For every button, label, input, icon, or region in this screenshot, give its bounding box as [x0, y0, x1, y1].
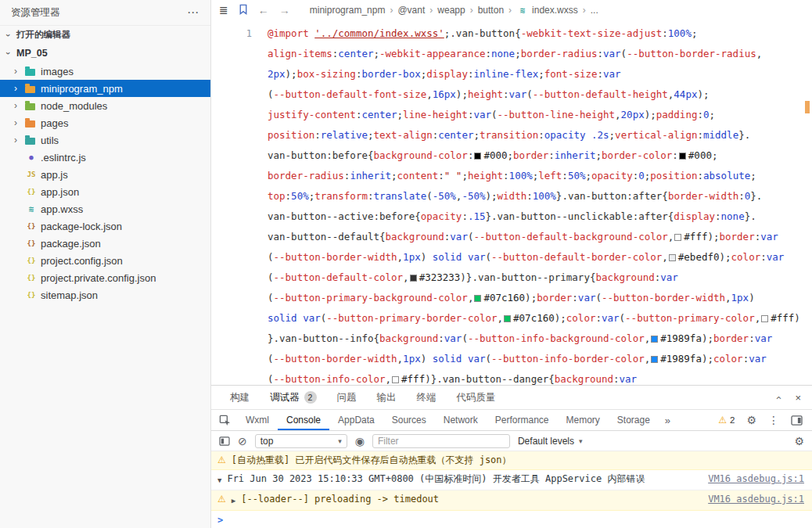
- devtools-tab-network[interactable]: Network: [435, 410, 487, 430]
- tree-folder-miniprogram_npm[interactable]: ›miniprogram_npm: [0, 80, 210, 97]
- chevron-right-icon[interactable]: ›: [14, 66, 25, 77]
- tree-file-app.wxss[interactable]: ≋app.wxss: [0, 200, 210, 217]
- console-message: ▼Fri Jun 30 2023 15:10:33 GMT+0800 (中国标准…: [211, 470, 812, 490]
- open-editors-section[interactable]: › 打开的编辑器: [0, 25, 210, 44]
- console-message-text: Fri Jun 30 2023 15:10:33 GMT+0800 (中国标准时…: [227, 473, 699, 485]
- panel-tab-badge: 2: [304, 391, 317, 404]
- breadcrumb-item-miniprogram_npm[interactable]: miniprogram_npm: [310, 5, 386, 16]
- file-tree: ›images›miniprogram_npm›node_modules›pag…: [0, 63, 210, 304]
- more-tabs-icon[interactable]: »: [659, 415, 677, 426]
- settings-gear-icon[interactable]: ⚙: [746, 415, 756, 426]
- breadcrumb-separator-icon: ›: [470, 5, 473, 16]
- line-number: [211, 64, 252, 84]
- breadcrumb-item-weapp[interactable]: weapp: [437, 5, 465, 16]
- console-sidebar-icon[interactable]: [219, 436, 230, 446]
- tree-item-label: .eslintrc.js: [41, 152, 86, 163]
- kebab-menu-icon[interactable]: ⋮: [768, 415, 779, 426]
- panel-tab-label: 终端: [417, 391, 437, 404]
- chevron-right-icon[interactable]: ›: [14, 100, 25, 111]
- bookmark-icon[interactable]: [239, 4, 248, 16]
- tree-folder-images[interactable]: ›images: [0, 63, 210, 80]
- collapse-panel-icon[interactable]: ›: [772, 396, 784, 399]
- breadcrumb-item-index.wxss[interactable]: ≋index.wxss: [516, 5, 578, 16]
- breadcrumb-separator-icon: ›: [390, 5, 393, 16]
- tree-item-label: utils: [41, 135, 59, 146]
- devtools-tab-sources[interactable]: Sources: [383, 410, 435, 430]
- line-number: [211, 268, 252, 288]
- chevron-right-icon[interactable]: ›: [14, 135, 25, 145]
- warning-count-badge[interactable]: ⚠ 2: [718, 415, 735, 426]
- inspect-element-icon[interactable]: [211, 415, 237, 426]
- json-file-icon: {}: [25, 222, 38, 230]
- context-selector[interactable]: top ▾: [255, 434, 347, 448]
- tree-file-sitemap.json[interactable]: {}sitemap.json: [0, 286, 210, 304]
- console-settings-icon[interactable]: ⚙: [794, 435, 804, 447]
- code-line: 2px);box-sizing:border-box;display:inlin…: [211, 64, 812, 84]
- tree-file-project.private.config.json[interactable]: {}project.private.config.json: [0, 269, 210, 286]
- expand-toggle-icon[interactable]: ▼: [217, 475, 221, 487]
- tree-file-project.config.json[interactable]: {}project.config.json: [0, 252, 210, 269]
- source-link[interactable]: VM16 asdebug.js:1: [708, 494, 804, 505]
- json-file-icon: {}: [25, 188, 38, 196]
- expand-toggle-icon[interactable]: ▶: [232, 495, 235, 507]
- devtools-tab-wxml[interactable]: Wxml: [237, 410, 278, 430]
- chevron-right-icon[interactable]: ›: [14, 117, 25, 128]
- clear-console-icon[interactable]: ⊘: [238, 435, 247, 447]
- tree-file-package-lock.json[interactable]: {}package-lock.json: [0, 217, 210, 235]
- panel-tab-输出[interactable]: 输出: [377, 391, 397, 404]
- tree-folder-node_modules[interactable]: ›node_modules: [0, 97, 210, 114]
- code-text: (--button-default-font-size,16px);height…: [252, 84, 710, 105]
- caret-down-icon: ▾: [338, 437, 342, 445]
- tree-file-app.json[interactable]: {}app.json: [0, 183, 210, 200]
- tree-item-label: node_modules: [41, 100, 107, 112]
- console-message-text: [--loader--] preloading -> timedout: [241, 494, 699, 505]
- line-number: [211, 288, 252, 308]
- panel-tab-代码质量[interactable]: 代码质量: [457, 391, 496, 404]
- code-text: solid var(--button-primary-border-color,…: [252, 308, 800, 329]
- panel-tab-调试器[interactable]: 调试器2: [270, 391, 317, 404]
- log-levels-selector[interactable]: Default levels ▾: [518, 436, 583, 447]
- code-text: @import '../common/index.wxss';.van-butt…: [252, 23, 697, 44]
- devtools-tab-console[interactable]: Console: [278, 410, 329, 430]
- tree-folder-pages[interactable]: ›pages: [0, 114, 210, 131]
- devtools-tab-performance[interactable]: Performance: [487, 410, 558, 430]
- devtools-tab-memory[interactable]: Memory: [557, 410, 608, 430]
- filter-input[interactable]: [372, 434, 510, 448]
- breadcrumb-item-@vant[interactable]: @vant: [397, 5, 425, 16]
- breadcrumb-item-button[interactable]: button: [478, 5, 504, 16]
- chevron-right-icon[interactable]: ›: [14, 83, 25, 94]
- devtools-tab-bar: WxmlConsoleAppDataSourcesNetworkPerforma…: [211, 409, 812, 431]
- outline-list-icon[interactable]: ≣: [219, 5, 228, 16]
- explorer-title: 资源管理器: [11, 6, 60, 20]
- panel-tab-label: 问题: [337, 391, 357, 404]
- code-text: (--button-primary-background-color,#07c1…: [252, 288, 755, 308]
- close-panel-icon[interactable]: ×: [795, 392, 801, 404]
- breadcrumb-item-...[interactable]: ...: [591, 5, 598, 16]
- tree-file-app.js[interactable]: JSapp.js: [0, 166, 210, 183]
- tree-item-label: package.json: [41, 238, 101, 250]
- back-icon[interactable]: ←: [258, 4, 269, 16]
- panel-tab-终端[interactable]: 终端: [417, 391, 437, 404]
- breadcrumb-label: index.wxss: [532, 5, 578, 16]
- devtools-tab-storage[interactable]: Storage: [609, 410, 659, 430]
- panel-tab-构建[interactable]: 构建: [230, 391, 250, 404]
- source-link[interactable]: VM16 asdebug.js:1: [708, 473, 804, 485]
- code-text: position:relative;text-align:center;tran…: [252, 125, 750, 145]
- tree-file-package.json[interactable]: {}package.json: [0, 235, 210, 252]
- more-actions-icon[interactable]: ⋯: [187, 5, 199, 20]
- tree-folder-utils[interactable]: ›utils: [0, 131, 210, 149]
- folder-icon: [25, 103, 35, 110]
- dock-side-icon[interactable]: [791, 415, 803, 426]
- panel-tab-问题[interactable]: 问题: [337, 391, 357, 404]
- color-swatch: [410, 275, 417, 282]
- devtools-right-cluster: ⚠ 2 ⚙ ⋮: [718, 415, 812, 426]
- code-line: align-items:center;-webkit-appearance:no…: [211, 44, 812, 64]
- devtools-tab-appdata[interactable]: AppData: [329, 410, 383, 430]
- json-file-icon: {}: [25, 239, 38, 247]
- tree-file-.eslintrc.js[interactable]: ●.eslintrc.js: [0, 149, 210, 166]
- console-prompt[interactable]: >: [211, 511, 812, 528]
- eye-icon[interactable]: ◉: [355, 435, 365, 447]
- forward-icon[interactable]: →: [279, 4, 290, 16]
- code-area[interactable]: 1@import '../common/index.wxss';.van-but…: [211, 20, 812, 385]
- project-section[interactable]: › MP_05: [0, 44, 210, 63]
